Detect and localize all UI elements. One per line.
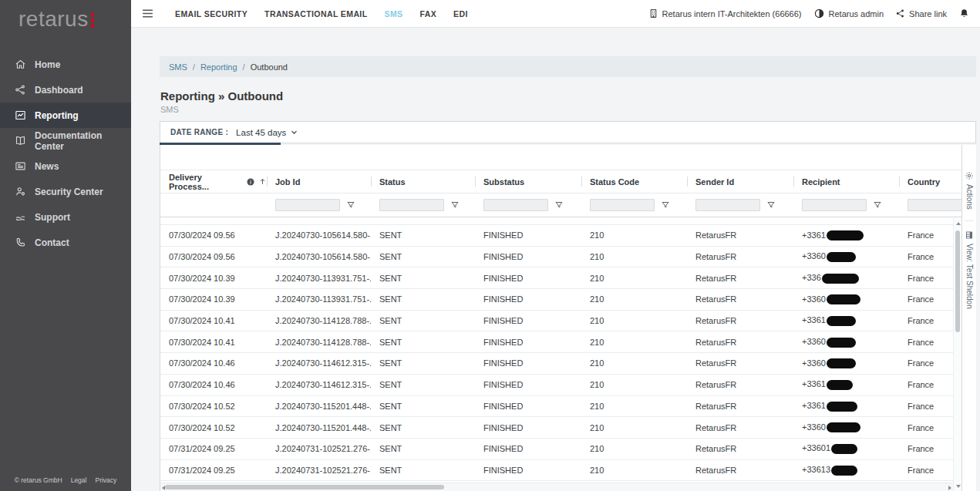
- cell-country: France: [899, 230, 953, 240]
- account-selector[interactable]: Retarus intern IT-Architekten (66666): [648, 8, 802, 18]
- table-row[interactable]: 07/30/2024 09.56J.20240730-105614.580-..…: [160, 225, 953, 247]
- filter-funnel-icon[interactable]: [554, 200, 564, 210]
- column-header-status-code[interactable]: Status Code: [581, 170, 687, 193]
- filter-input-job-id[interactable]: [275, 199, 340, 211]
- sidebar: retarus Home Dashboard Reporting Documen…: [0, 0, 131, 491]
- cell-sender-id: RetarusFR: [687, 274, 793, 283]
- topnav-transactional-email[interactable]: TRANSACTIONAL EMAIL: [264, 9, 367, 18]
- side-tab-view-test-sheldon[interactable]: View: Test Sheldon: [965, 220, 974, 320]
- sidebar-item-home[interactable]: Home: [0, 52, 131, 77]
- cell-sender-id: RetarusFR: [687, 380, 793, 389]
- topnav-email-security[interactable]: EMAIL SECURITY: [175, 9, 248, 18]
- user-label: Retarus admin: [829, 9, 884, 18]
- cell-substatus: FINISHED: [475, 380, 581, 389]
- table-row[interactable]: 07/30/2024 10.41J.20240730-114128.788-..…: [160, 331, 953, 353]
- legal-link[interactable]: Legal: [71, 476, 87, 484]
- column-header-substatus[interactable]: Substatus: [475, 170, 581, 193]
- column-header-job-id[interactable]: Job Id: [267, 170, 371, 193]
- retarus-logo: retarus: [0, 0, 131, 30]
- cell-status-code: 210: [581, 252, 687, 261]
- topnav-edi[interactable]: EDI: [453, 9, 468, 18]
- cell-status: SENT: [371, 252, 475, 261]
- filter-cell-sender-id: [687, 193, 793, 217]
- notifications-button[interactable]: [958, 8, 970, 19]
- sidebar-item-contact[interactable]: Contact: [0, 230, 131, 255]
- sidebar-item-label: Home: [35, 59, 60, 70]
- sidebar-item-security-center[interactable]: Security Center: [0, 179, 131, 204]
- recipient-prefix: +336: [802, 273, 821, 282]
- sidebar-item-dashboard[interactable]: Dashboard: [0, 77, 131, 103]
- topnav-sms[interactable]: SMS: [385, 9, 403, 18]
- scroll-up-icon[interactable]: [956, 222, 961, 225]
- active-tab-underline: [160, 143, 281, 145]
- cell-job-id: J.20240730-115201.448-...: [267, 402, 371, 411]
- table-row[interactable]: 07/31/2024 09.25J.20240731-102521.276-..…: [160, 439, 953, 460]
- redacted-recipient: [827, 252, 856, 262]
- side-tab-actions[interactable]: Actions: [965, 168, 974, 220]
- column-header-recipient[interactable]: Recipient: [793, 170, 899, 193]
- filter-input-sender-id[interactable]: [695, 199, 760, 211]
- table-row[interactable]: 07/30/2024 10.52J.20240730-115201.448-..…: [160, 396, 953, 418]
- redacted-recipient: [827, 422, 860, 432]
- column-header-sender-id[interactable]: Sender Id: [687, 170, 793, 193]
- horizontal-scrollbar[interactable]: [160, 483, 953, 491]
- date-range-selector[interactable]: DATE RANGE : Last 45 days: [160, 121, 976, 143]
- cell-delivery-process: 07/30/2024 10.39: [160, 294, 267, 304]
- breadcrumb-reporting[interactable]: Reporting: [200, 62, 237, 72]
- side-tab-label: Actions: [965, 184, 974, 210]
- vertical-scroll-thumb[interactable]: [955, 230, 960, 332]
- hamburger-menu-icon[interactable]: [141, 7, 154, 20]
- column-header-country[interactable]: Country: [899, 170, 961, 193]
- documentation-icon: [15, 135, 26, 146]
- side-tab-label: View: Test Sheldon: [965, 244, 974, 309]
- breadcrumb-sms[interactable]: SMS: [169, 62, 187, 72]
- filter-funnel-icon[interactable]: [450, 200, 460, 210]
- column-header-delivery-process[interactable]: Delivery Process...: [160, 170, 267, 193]
- scroll-down-icon[interactable]: [956, 485, 961, 488]
- filter-input-status[interactable]: [379, 199, 444, 211]
- cell-status: SENT: [371, 402, 475, 411]
- filter-input-country[interactable]: [908, 199, 961, 211]
- share-link-button[interactable]: Share link: [895, 8, 947, 18]
- scroll-right-icon[interactable]: [948, 486, 951, 490]
- sidebar-item-news[interactable]: News: [0, 153, 131, 179]
- filter-input-recipient[interactable]: [802, 199, 867, 211]
- cell-status: SENT: [371, 294, 475, 304]
- table-row[interactable]: 07/30/2024 10.39J.20240730-113931.751-..…: [160, 267, 953, 289]
- filter-funnel-icon[interactable]: [766, 200, 776, 210]
- privacy-link[interactable]: Privacy: [95, 476, 116, 484]
- sidebar-item-support[interactable]: Support: [0, 204, 131, 230]
- vertical-scrollbar[interactable]: [953, 218, 961, 491]
- cell-status-code: 210: [581, 358, 687, 368]
- filter-input-substatus[interactable]: [483, 199, 548, 211]
- breadcrumb-separator: /: [193, 62, 195, 72]
- table-row[interactable]: 07/30/2024 10.39J.20240730-113931.751-..…: [160, 289, 953, 311]
- table-row[interactable]: 07/31/2024 09.25J.20240731-102521.276-..…: [160, 460, 953, 482]
- horizontal-scroll-thumb[interactable]: [165, 485, 444, 489]
- breadcrumb-separator: /: [243, 62, 245, 72]
- filter-funnel-icon[interactable]: [873, 200, 882, 210]
- cell-delivery-process: 07/31/2024 09.25: [160, 444, 267, 453]
- sidebar-item-label: News: [35, 161, 59, 172]
- table-row[interactable]: 07/30/2024 10.46J.20240730-114612.315-..…: [160, 353, 953, 375]
- info-icon[interactable]: [246, 177, 255, 187]
- filter-funnel-icon[interactable]: [661, 200, 670, 210]
- cell-job-id: J.20240731-102521.276-...: [267, 444, 371, 453]
- table-row[interactable]: 07/30/2024 10.52J.20240730-115201.448-..…: [160, 417, 953, 439]
- column-label: Substatus: [483, 177, 524, 187]
- table-row[interactable]: 07/30/2024 10.41J.20240730-114128.788-..…: [160, 311, 953, 332]
- column-header-status[interactable]: Status: [371, 170, 475, 193]
- cell-job-id: J.20240730-115201.448-...: [267, 423, 371, 432]
- cell-recipient: +3360: [793, 251, 899, 262]
- filter-input-status-code[interactable]: [590, 199, 655, 211]
- table-row[interactable]: 07/30/2024 10.46J.20240730-114612.315-..…: [160, 375, 953, 396]
- filter-funnel-icon[interactable]: [346, 200, 355, 210]
- sidebar-item-documentation-center[interactable]: Documentation Center: [0, 128, 131, 153]
- user-menu[interactable]: Retarus admin: [813, 8, 884, 19]
- topnav-fax[interactable]: FAX: [419, 9, 436, 18]
- side-tab-strip: Actions View: Test Sheldon: [961, 145, 976, 491]
- cell-sender-id: RetarusFR: [687, 252, 793, 261]
- sort-ascending-icon[interactable]: [258, 177, 267, 186]
- sidebar-item-reporting[interactable]: Reporting: [0, 103, 131, 128]
- table-row[interactable]: 07/30/2024 09.56J.20240730-105614.580-..…: [160, 247, 953, 268]
